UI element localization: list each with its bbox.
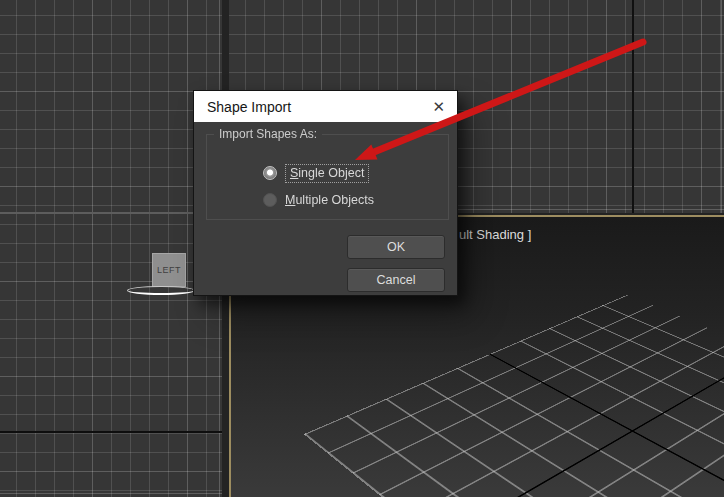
shape-import-dialog: Shape Import ✕ Import Shapes As: Single …	[193, 90, 458, 296]
scene-shape-ellipse[interactable]	[127, 286, 195, 295]
perspective-ground-grid	[304, 295, 724, 497]
import-shapes-groupbox: Import Shapes As: Single Object Multiple…	[206, 134, 449, 220]
viewport-shading-label[interactable]: ult Shading ]	[459, 227, 531, 242]
scene-object-left-box[interactable]: LEFT	[152, 253, 186, 287]
dialog-title: Shape Import	[207, 99, 432, 115]
radio-multiple-objects-icon[interactable]	[263, 193, 277, 207]
groupbox-label: Import Shapes As:	[214, 127, 322, 141]
grid-major-line	[0, 212, 222, 214]
grid-origin-axis	[0, 431, 222, 433]
radio-row-single-object[interactable]: Single Object	[263, 164, 369, 182]
dialog-body: Import Shapes As: Single Object Multiple…	[194, 122, 457, 297]
grid-origin-axis	[632, 0, 634, 213]
world-y-axis	[489, 354, 724, 497]
viewport-left[interactable]: LEFT	[0, 0, 222, 497]
radio-single-object-label[interactable]: Single Object	[285, 164, 369, 183]
radio-row-multiple-objects[interactable]: Multiple Objects	[263, 191, 374, 209]
cancel-button[interactable]: Cancel	[347, 268, 445, 292]
close-icon[interactable]: ✕	[432, 99, 445, 114]
ok-button[interactable]: OK	[347, 235, 445, 259]
radio-multiple-objects-label[interactable]: Multiple Objects	[285, 193, 374, 207]
dialog-titlebar[interactable]: Shape Import ✕	[194, 91, 457, 122]
radio-single-object-icon[interactable]	[263, 166, 277, 180]
3dsmax-viewport-area: LEFT ult Shading ] Shape Import ✕ Import…	[0, 0, 724, 497]
world-x-axis	[438, 352, 724, 497]
